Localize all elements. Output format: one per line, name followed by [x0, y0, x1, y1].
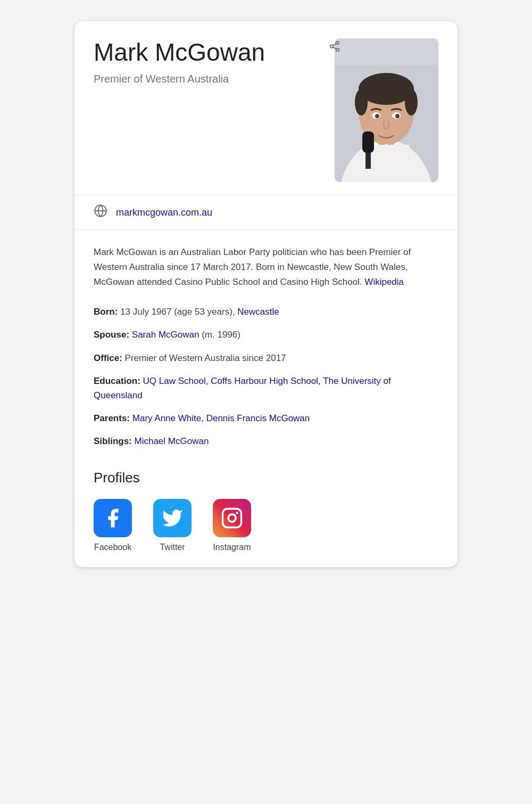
fact-education-label: Education:: [94, 376, 140, 386]
fact-education: Education: UQ Law School, Coffs Harbour …: [94, 374, 438, 403]
instagram-label: Instagram: [213, 543, 251, 552]
instagram-icon-container: [213, 499, 251, 537]
profiles-grid: Facebook Twitter: [94, 499, 438, 552]
svg-line-4: [333, 44, 336, 46]
svg-point-12: [405, 89, 418, 116]
fact-parents-link[interactable]: Mary Anne White, Dennis Francis McGowan: [132, 413, 310, 423]
fact-spouse-label: Spouse:: [94, 330, 129, 340]
website-row: markmcgowan.com.au: [74, 195, 458, 230]
fact-spouse-suffix: (m. 1996): [202, 330, 240, 340]
profiles-title: Profiles: [94, 470, 438, 486]
svg-rect-22: [335, 38, 438, 65]
instagram-icon: [221, 507, 243, 529]
fact-office: Office: Premier of Western Australia sin…: [94, 351, 438, 365]
svg-point-11: [355, 89, 368, 116]
profile-facebook[interactable]: Facebook: [94, 499, 132, 552]
person-title: Premier of Western Australia: [94, 73, 335, 85]
body-section: Mark McGowan is an Australian Labor Part…: [74, 230, 458, 567]
fact-born-label: Born:: [94, 307, 118, 317]
svg-point-15: [375, 114, 379, 118]
description-text: Mark McGowan is an Australian Labor Part…: [94, 245, 438, 290]
fact-siblings-link[interactable]: Michael McGowan: [135, 436, 209, 446]
svg-point-16: [395, 114, 400, 118]
fact-office-value: Premier of Western Australia since 2017: [125, 353, 286, 363]
facebook-icon-container: [94, 499, 132, 537]
fact-parents-label: Parents:: [94, 413, 130, 423]
share-icon[interactable]: [329, 40, 340, 55]
svg-rect-21: [365, 153, 371, 169]
profiles-section: Profiles Facebook: [94, 465, 438, 552]
fact-born-place-link[interactable]: Newcastle: [237, 307, 279, 317]
fact-siblings: Siblings: Michael McGowan: [94, 434, 438, 448]
fact-spouse-link[interactable]: Sarah McGowan: [132, 330, 200, 340]
fact-office-label: Office:: [94, 353, 122, 363]
header-text: Mark McGowan Premier of Western Australi…: [94, 38, 335, 85]
fact-born-date: 13 July 1967 (age 53 years),: [120, 307, 237, 317]
twitter-label: Twitter: [160, 543, 185, 552]
fact-parents: Parents: Mary Anne White, Dennis Francis…: [94, 411, 438, 425]
fact-siblings-label: Siblings:: [94, 436, 132, 446]
person-name: Mark McGowan: [94, 38, 335, 67]
svg-rect-25: [223, 509, 242, 528]
facebook-icon: [102, 507, 124, 529]
header-section: Mark McGowan Premier of Western Australi…: [74, 21, 458, 195]
globe-icon: [94, 204, 107, 221]
fact-spouse: Spouse: Sarah McGowan (m. 1996): [94, 327, 438, 342]
twitter-icon: [161, 507, 184, 529]
svg-rect-20: [362, 132, 374, 153]
wikipedia-link[interactable]: Wikipedia: [364, 277, 404, 287]
website-link[interactable]: markmcgowan.com.au: [116, 207, 212, 218]
twitter-icon-container: [153, 499, 192, 537]
fact-born: Born: 13 July 1967 (age 53 years), Newca…: [94, 305, 438, 319]
knowledge-panel: Mark McGowan Premier of Western Australi…: [74, 21, 458, 567]
facebook-label: Facebook: [94, 543, 131, 552]
person-photo: [335, 38, 438, 182]
profile-instagram[interactable]: Instagram: [213, 499, 251, 552]
profile-twitter[interactable]: Twitter: [153, 499, 192, 552]
description-main: Mark McGowan is an Australian Labor Part…: [94, 247, 411, 287]
svg-line-3: [333, 47, 336, 49]
